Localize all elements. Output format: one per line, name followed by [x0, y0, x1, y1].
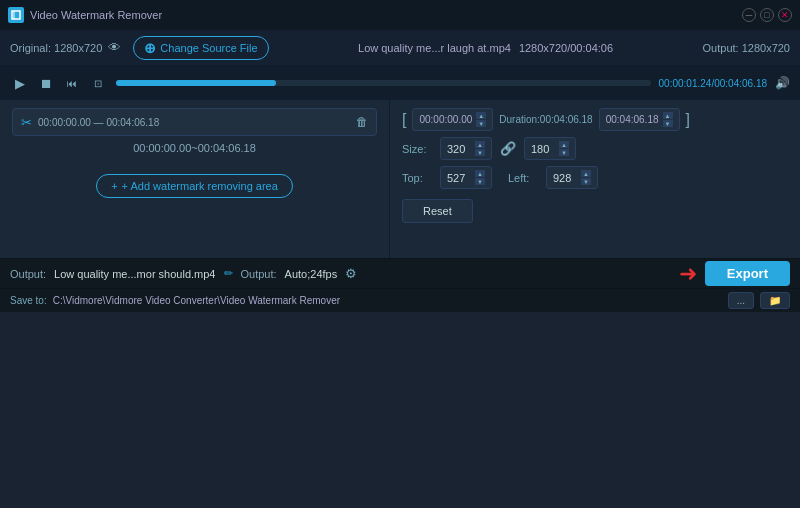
spin-up[interactable]: ▲: [475, 170, 485, 177]
left-input[interactable]: 928 ▲ ▼: [546, 166, 598, 189]
edit-filename-icon[interactable]: ✏: [224, 267, 233, 280]
add-watermark-label: + Add watermark removing area: [122, 180, 278, 192]
maximize-button[interactable]: □: [760, 8, 774, 22]
current-time: 00:00:01.24/00:04:06.18: [659, 78, 767, 89]
change-source-button[interactable]: ⊕ Change Source File: [133, 36, 268, 60]
spin-down[interactable]: ▼: [581, 178, 591, 185]
progress-bar[interactable]: [116, 80, 651, 86]
clip-row: ✂ 00:00:00.00 — 00:04:06.18 🗑: [12, 108, 377, 136]
progress-fill: [116, 80, 276, 86]
app-title: Video Watermark Remover: [30, 9, 162, 21]
export-label: Export: [727, 266, 768, 281]
spin-up[interactable]: ▲: [475, 141, 485, 148]
change-source-label: Change Source File: [160, 42, 257, 54]
output-format-label: Output:: [241, 268, 277, 280]
output-label: Output: 1280x720: [703, 42, 790, 54]
start-time-box[interactable]: 00:00:00.00 ▲ ▼: [412, 108, 493, 131]
save-bar: Save to: C:\Vidmore\Vidmore Video Conver…: [0, 288, 800, 312]
close-button[interactable]: ✕: [778, 8, 792, 22]
width-input[interactable]: 320 ▲ ▼: [440, 137, 492, 160]
left-panel: ✂ 00:00:00.00 — 00:04:06.18 🗑 00:00:00.0…: [0, 100, 390, 258]
clip-start-time: 00:00:00.00 — 00:04:06.18: [38, 117, 159, 128]
pos-row: Top: 527 ▲ ▼ Left: 928 ▲ ▼: [402, 166, 788, 189]
file-info: Low quality me...r laugh at.mp4 1280x720…: [281, 42, 691, 54]
spin-down[interactable]: ▼: [559, 149, 569, 156]
clip-icon: ✂: [21, 115, 32, 130]
bracket-right: ]: [686, 112, 690, 128]
size-row: Size: 320 ▲ ▼ 🔗 180 ▲ ▼: [402, 137, 788, 160]
title-bar: Video Watermark Remover ─ □ ✕: [0, 0, 800, 30]
file-dims: 1280x720/00:04:06: [519, 42, 613, 54]
size-label: Size:: [402, 143, 432, 155]
clip-button[interactable]: ⊡: [88, 73, 108, 93]
height-spin[interactable]: ▲ ▼: [559, 141, 569, 156]
reset-label: Reset: [423, 205, 452, 217]
output-info: Output: 1280x720: [703, 42, 790, 54]
spin-down[interactable]: ▼: [476, 120, 486, 127]
original-label: Original: 1280x720: [10, 42, 102, 54]
right-panel: [ 00:00:00.00 ▲ ▼ Duration:00:04:06.18 0…: [390, 100, 800, 258]
app-icon: [8, 7, 24, 23]
spin-up[interactable]: ▲: [476, 112, 486, 119]
duration-display: Duration:00:04:06.18: [499, 114, 592, 125]
left-label: Left:: [508, 172, 538, 184]
browse-dots-button[interactable]: ...: [728, 292, 754, 309]
top-input[interactable]: 527 ▲ ▼: [440, 166, 492, 189]
add-watermark-button[interactable]: + + Add watermark removing area: [96, 174, 293, 198]
left-spin[interactable]: ▲ ▼: [581, 170, 591, 185]
output-file-label: Output:: [10, 268, 46, 280]
clip-duration: 00:00:00.00~00:04:06.18: [12, 142, 377, 154]
spin-up[interactable]: ▲: [559, 141, 569, 148]
spin-down[interactable]: ▼: [475, 178, 485, 185]
width-spin[interactable]: ▲ ▼: [475, 141, 485, 156]
open-folder-button[interactable]: 📁: [760, 292, 790, 309]
export-button[interactable]: Export: [705, 261, 790, 286]
height-input[interactable]: 180 ▲ ▼: [524, 137, 576, 160]
toolbar: Original: 1280x720 👁 ⊕ Change Source Fil…: [0, 30, 800, 66]
plus-icon: ⊕: [144, 40, 156, 56]
volume-icon[interactable]: 🔊: [775, 76, 790, 90]
settings-icon[interactable]: ⚙: [345, 266, 357, 281]
minimize-button[interactable]: ─: [742, 8, 756, 22]
spin-up[interactable]: ▲: [581, 170, 591, 177]
clip-delete-button[interactable]: 🗑: [356, 115, 368, 129]
eye-icon[interactable]: 👁: [108, 40, 121, 55]
bracket-left: [: [402, 112, 406, 128]
bottom-panel: ✂ 00:00:00.00 — 00:04:06.18 🗑 00:00:00.0…: [0, 100, 800, 258]
stop-button[interactable]: ⏹: [36, 73, 56, 93]
bottom-bar: Output: Low quality me...mor should.mp4 …: [0, 258, 800, 288]
save-label: Save to:: [10, 295, 47, 306]
prev-frame-button[interactable]: ⏮: [62, 73, 82, 93]
top-label: Top:: [402, 172, 432, 184]
output-format-value: Auto;24fps: [285, 268, 338, 280]
original-info: Original: 1280x720 👁: [10, 40, 121, 55]
play-button[interactable]: ▶: [10, 73, 30, 93]
link-icon[interactable]: 🔗: [500, 141, 516, 156]
spin-down[interactable]: ▼: [663, 120, 673, 127]
reset-button[interactable]: Reset: [402, 199, 473, 223]
start-time-spin[interactable]: ▲ ▼: [476, 112, 486, 127]
add-watermark-icon: +: [111, 180, 117, 192]
output-filename: Low quality me...mor should.mp4: [54, 268, 215, 280]
spin-down[interactable]: ▼: [475, 149, 485, 156]
arrow-icon: ➜: [679, 261, 697, 287]
time-row: [ 00:00:00.00 ▲ ▼ Duration:00:04:06.18 0…: [402, 108, 788, 131]
top-spin[interactable]: ▲ ▼: [475, 170, 485, 185]
save-actions: ... 📁: [728, 292, 790, 309]
end-time-spin[interactable]: ▲ ▼: [663, 112, 673, 127]
end-time-box[interactable]: 00:04:06.18 ▲ ▼: [599, 108, 680, 131]
play-controls: ▶ ⏹ ⏮ ⊡: [10, 73, 108, 93]
save-path: C:\Vidmore\Vidmore Video Converter\Video…: [53, 295, 340, 306]
svg-rect-0: [12, 11, 20, 19]
spin-up[interactable]: ▲: [663, 112, 673, 119]
file-name: Low quality me...r laugh at.mp4: [358, 42, 511, 54]
timeline-area: ▶ ⏹ ⏮ ⊡ 00:00:01.24/00:04:06.18 🔊: [0, 66, 800, 100]
